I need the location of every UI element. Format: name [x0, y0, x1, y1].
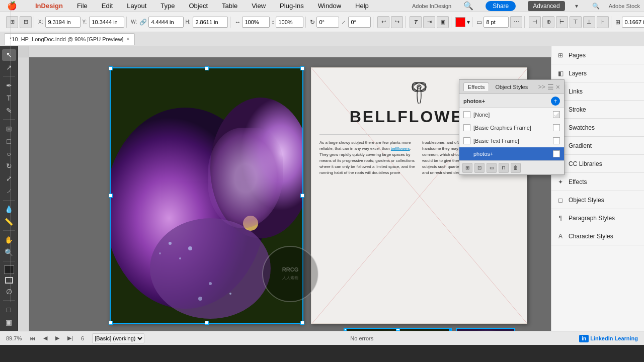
stroke-dropdown-icon[interactable]: ▾: [467, 19, 470, 26]
menu-window[interactable]: Window: [315, 1, 344, 11]
align-right-btn[interactable]: ⊢: [556, 16, 568, 28]
fp-header: Effects Object Styles >> ☰ ×: [459, 80, 564, 94]
advanced-button[interactable]: Advanced: [528, 1, 565, 11]
app-title: Adobe InDesign: [412, 3, 451, 9]
fp-new-style-btn[interactable]: +: [551, 97, 560, 106]
h-input[interactable]: [193, 17, 228, 28]
page-mode-select[interactable]: [Basic] (working): [92, 333, 144, 343]
right-panel: ⊞ Pages ◧ Layers 🔗 Links — Stroke ▣ Swat…: [551, 46, 644, 331]
fp-footer-btn-4[interactable]: ⊓: [499, 163, 509, 173]
panel-gradient[interactable]: ▦ Gradient: [551, 137, 644, 155]
offset-input[interactable]: [622, 17, 644, 28]
fp-photos-plus-icon: [463, 150, 470, 157]
rotate-icon: ↕: [271, 19, 274, 26]
menu-file[interactable]: File: [74, 1, 91, 11]
fp-footer: ⊞ ⊡ ▭ ⊓ 🗑: [459, 160, 564, 174]
fp-close-btn[interactable]: ×: [556, 83, 560, 91]
stroke-width-input[interactable]: [484, 17, 509, 28]
fp-footer-btn-5[interactable]: 🗑: [511, 163, 521, 173]
tool-normal-view-btn[interactable]: □: [2, 304, 16, 315]
fp-effects-tab[interactable]: Effects: [463, 82, 489, 91]
fp-style-basic-text[interactable]: [Basic Text Frame]: [459, 134, 564, 147]
frame-button[interactable]: ▣: [437, 16, 449, 28]
stroke-options-btn[interactable]: ⋯: [510, 16, 522, 28]
fp-style-none[interactable]: [None] ×: [459, 108, 564, 121]
left-page: [110, 67, 303, 324]
panel-object-styles[interactable]: ◻ Object Styles: [551, 191, 644, 209]
x-input[interactable]: [45, 17, 80, 28]
undo-button[interactable]: ↩: [377, 16, 389, 28]
fp-expand-icon[interactable]: >>: [538, 83, 545, 90]
panel-stroke[interactable]: — Stroke: [551, 101, 644, 119]
handle-tl[interactable]: [344, 328, 347, 331]
menu-plugins[interactable]: Plug-Ins: [277, 1, 307, 11]
fill-color[interactable]: [455, 17, 465, 27]
panel-cc-libraries[interactable]: ☁ CC Libraries: [551, 155, 644, 173]
menu-type[interactable]: Type: [157, 1, 178, 11]
tool-grid[interactable]: ⊟: [20, 16, 32, 28]
menu-indesign[interactable]: InDesign: [32, 1, 66, 11]
align-top-btn[interactable]: ⊤: [570, 16, 582, 28]
w-input[interactable]: [148, 17, 184, 28]
fp-object-styles-tab[interactable]: Object Styles: [491, 83, 532, 91]
document-tab[interactable]: *10_HP_LongDoc.indd @ 90% [GPU Preview] …: [4, 33, 135, 45]
nav-first-btn[interactable]: ⏮: [30, 335, 35, 341]
tool-preview-btn[interactable]: ▣: [2, 316, 16, 328]
panel-swatches[interactable]: ▣ Swatches: [551, 119, 644, 137]
panel-pages[interactable]: ⊞ Pages: [551, 46, 644, 64]
tab-close-button[interactable]: ×: [126, 36, 129, 42]
link-dimensions-icon[interactable]: 🔗: [139, 19, 147, 26]
bottom-image-1[interactable]: ▶: [344, 328, 452, 331]
nav-prev-btn[interactable]: ◀: [43, 335, 47, 341]
fp-menu-icon[interactable]: ☰: [547, 83, 554, 91]
menu-table[interactable]: Table: [219, 1, 240, 11]
svg-point-20: [417, 85, 421, 89]
y-input[interactable]: [89, 17, 124, 28]
svg-point-5: [150, 218, 271, 319]
align-bottom-btn[interactable]: ⊦: [597, 16, 609, 28]
fp-footer-btn-1[interactable]: ⊞: [462, 163, 472, 173]
menu-layout[interactable]: Layout: [124, 1, 149, 11]
menu-object[interactable]: Object: [186, 1, 211, 11]
y-label: Y:: [82, 19, 87, 25]
fp-style-photos-plus[interactable]: photos+: [459, 147, 564, 160]
handle-tc[interactable]: [396, 328, 400, 331]
text-frame-button[interactable]: T: [410, 16, 422, 28]
shear-input[interactable]: [348, 17, 371, 28]
search-icon[interactable]: 🔍: [463, 1, 473, 11]
object-styles-label: Object Styles: [569, 197, 604, 204]
panel-effects[interactable]: ✦ Effects: [551, 173, 644, 191]
handle-tr[interactable]: [449, 328, 452, 331]
align-left-btn[interactable]: ⊣: [529, 16, 541, 28]
paragraph-styles-icon: ¶: [556, 214, 565, 222]
scale-x-input[interactable]: [242, 17, 270, 28]
svg-point-10: [159, 252, 161, 254]
redo-button[interactable]: ↪: [391, 16, 403, 28]
linkedin-learning-label[interactable]: in LinkedIn Learning: [579, 335, 638, 341]
align-center-btn[interactable]: ⊕: [542, 16, 554, 28]
fp-footer-btn-3[interactable]: ▭: [487, 163, 497, 173]
align-middle-btn[interactable]: ⊥: [583, 16, 595, 28]
bellflowers-link[interactable]: bellflowers: [391, 146, 410, 151]
nav-play-btn[interactable]: ▶: [55, 335, 59, 341]
menu-help[interactable]: Help: [352, 1, 372, 11]
fp-footer-btn-2[interactable]: ⊡: [474, 163, 485, 173]
menu-view[interactable]: View: [249, 1, 269, 11]
fp-style-basic-graphics[interactable]: [Basic Graphics Frame]: [459, 121, 564, 134]
scale-y-input[interactable]: [276, 17, 303, 28]
zoom-percent: 89.7%: [6, 335, 22, 341]
flow-button[interactable]: ⇥: [423, 16, 435, 28]
bottom-image-2[interactable]: [456, 328, 515, 331]
toolbar-row1: ⊞ ⊟ X: Y: W: 🔗 H: ↔ ↕ ↻ ⟋ ↩ ↪ T ⇥ ▣ ▾: [0, 12, 644, 32]
panel-character-styles[interactable]: A Character Styles: [551, 227, 644, 245]
adobe-stock-icon[interactable]: 🔍: [592, 3, 600, 10]
offset-icon: ⊞: [615, 19, 620, 26]
panel-paragraph-styles[interactable]: ¶ Paragraph Styles: [551, 209, 644, 227]
nav-next-btn[interactable]: ▶|: [67, 335, 73, 341]
menu-edit[interactable]: Edit: [99, 1, 116, 11]
share-button[interactable]: Share: [486, 1, 516, 11]
advanced-chevron-icon[interactable]: ▾: [575, 3, 578, 10]
rotate-input[interactable]: [316, 17, 339, 28]
panel-layers[interactable]: ◧ Layers: [551, 64, 644, 82]
panel-links[interactable]: 🔗 Links: [551, 82, 644, 101]
